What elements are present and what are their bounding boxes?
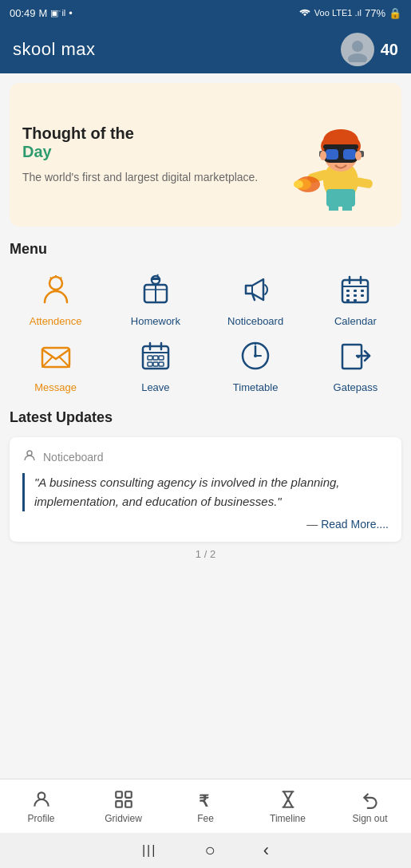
timetable-icon xyxy=(235,335,276,377)
svg-rect-41 xyxy=(361,290,364,292)
pagination-indicator: 1 / 2 xyxy=(10,542,401,563)
latest-updates-title: Latest Updates xyxy=(10,409,401,426)
svg-rect-5 xyxy=(342,203,352,211)
svg-line-33 xyxy=(157,274,158,276)
profile-nav-icon xyxy=(30,788,53,811)
homework-label: Homework xyxy=(131,315,180,327)
svg-point-11 xyxy=(294,180,303,188)
svg-rect-52 xyxy=(148,356,152,360)
svg-rect-71 xyxy=(125,801,132,807)
time-display: 00:49 xyxy=(10,7,36,19)
system-nav-bar: ||| ○ ‹ xyxy=(0,833,411,868)
menu-item-message[interactable]: Message xyxy=(10,335,101,393)
attendence-icon xyxy=(35,269,77,310)
svg-rect-39 xyxy=(346,290,350,292)
menu-item-noticeboard[interactable]: Noticeboard xyxy=(210,269,302,327)
svg-rect-53 xyxy=(159,356,164,360)
svg-rect-54 xyxy=(148,362,152,366)
svg-rect-31 xyxy=(152,278,160,280)
nav-item-timeline[interactable]: Timeline xyxy=(247,788,329,824)
svg-rect-48 xyxy=(143,346,168,369)
bottom-nav: Profile Gridview ₹ Fee T xyxy=(0,779,411,833)
menu-item-homework[interactable]: Homework xyxy=(109,269,201,327)
update-body: "A business consulting agency is involve… xyxy=(22,473,389,511)
svg-line-27 xyxy=(50,278,51,279)
app-title: skool max xyxy=(13,39,96,60)
menu-grid: Attendence Homework xyxy=(10,269,401,393)
menu-item-attendence[interactable]: Attendence xyxy=(10,269,101,327)
calendar-icon xyxy=(334,269,376,310)
svg-rect-44 xyxy=(361,294,364,297)
svg-rect-57 xyxy=(153,362,158,366)
svg-point-25 xyxy=(49,277,62,290)
svg-rect-55 xyxy=(159,362,164,366)
timeline-nav-label: Timeline xyxy=(270,813,306,824)
timetable-label: Timetable xyxy=(233,381,279,393)
read-more-link[interactable]: Read More.... xyxy=(321,518,389,531)
person-icon xyxy=(22,448,37,465)
menu-item-timetable[interactable]: Timetable xyxy=(210,335,302,393)
nav-item-profile[interactable]: Profile xyxy=(0,788,82,824)
svg-point-65 xyxy=(357,355,360,358)
header-right: 40 xyxy=(341,33,398,66)
fee-nav-label: Fee xyxy=(197,813,214,824)
menu-item-gatepass[interactable]: Gatepass xyxy=(310,335,401,393)
svg-rect-70 xyxy=(116,801,122,807)
svg-rect-69 xyxy=(125,791,132,798)
nav-item-signout[interactable]: Sign out xyxy=(329,788,411,824)
latest-updates-section: Latest Updates Noticeboard "A business c… xyxy=(10,409,401,563)
notification-icon: ▣ xyxy=(50,8,58,18)
thought-text-section: Thought of the Day The world's first and… xyxy=(22,124,285,186)
wifi-icon xyxy=(298,6,311,20)
svg-point-67 xyxy=(38,792,45,799)
nav-item-fee[interactable]: ₹ Fee xyxy=(164,788,247,824)
svg-rect-40 xyxy=(354,290,357,292)
attendence-label: Attendence xyxy=(30,315,82,327)
gridview-nav-label: Gridview xyxy=(105,813,142,824)
app-header: skool max 40 xyxy=(0,26,411,73)
svg-text:₹: ₹ xyxy=(199,792,209,810)
noticeboard-label: Noticeboard xyxy=(227,315,283,327)
noticeboard-icon xyxy=(235,269,276,310)
attribution: — xyxy=(306,518,318,531)
message-label: Message xyxy=(34,381,77,393)
dot-icon: • xyxy=(69,7,73,19)
profile-nav-label: Profile xyxy=(27,813,54,824)
svg-rect-18 xyxy=(326,149,338,160)
leave-icon xyxy=(135,335,176,377)
svg-rect-43 xyxy=(354,294,357,297)
svg-point-66 xyxy=(27,451,32,456)
svg-point-1 xyxy=(348,53,367,62)
home-button[interactable]: ○ xyxy=(204,840,215,861)
back-button[interactable]: ‹ xyxy=(263,840,269,861)
thought-title-line2: Day xyxy=(22,143,285,161)
read-more-row: — Read More.... xyxy=(22,518,389,531)
signal-icon: Voo LTE1 .ıl xyxy=(314,8,362,18)
svg-rect-19 xyxy=(343,149,356,160)
svg-point-23 xyxy=(320,151,326,160)
update-card: Noticeboard "A business consulting agenc… xyxy=(10,437,401,542)
avatar[interactable] xyxy=(341,33,374,66)
recents-button[interactable]: ||| xyxy=(142,843,156,858)
update-quote-text: "A business consulting agency is involve… xyxy=(34,473,389,511)
nav-item-gridview[interactable]: Gridview xyxy=(82,788,164,824)
thought-of-day-card: Thought of the Day The world's first and… xyxy=(10,83,401,227)
signout-nav-icon xyxy=(359,788,381,811)
battery-display: 77% xyxy=(365,7,385,19)
gatepass-label: Gatepass xyxy=(334,381,378,393)
svg-point-24 xyxy=(355,151,362,160)
update-category-row: Noticeboard xyxy=(22,448,389,465)
homework-icon xyxy=(135,269,176,310)
svg-rect-22 xyxy=(323,144,358,149)
menu-item-leave[interactable]: Leave xyxy=(109,335,201,393)
menu-item-calendar[interactable]: Calendar xyxy=(310,269,401,327)
status-right: Voo LTE1 .ıl 77% 🔒 xyxy=(298,6,401,20)
svg-rect-47 xyxy=(42,348,69,367)
svg-line-28 xyxy=(61,278,61,279)
status-bar: 00:49 M ▣ ᷾il • Voo LTE1 .ıl 77% 🔒 xyxy=(0,0,411,26)
timeline-nav-icon xyxy=(277,788,299,811)
mail-icon: M xyxy=(39,7,48,19)
thought-subtitle: The world's first and largest digital ma… xyxy=(22,169,285,186)
fee-nav-icon: ₹ xyxy=(195,788,217,811)
gatepass-icon xyxy=(334,335,376,377)
